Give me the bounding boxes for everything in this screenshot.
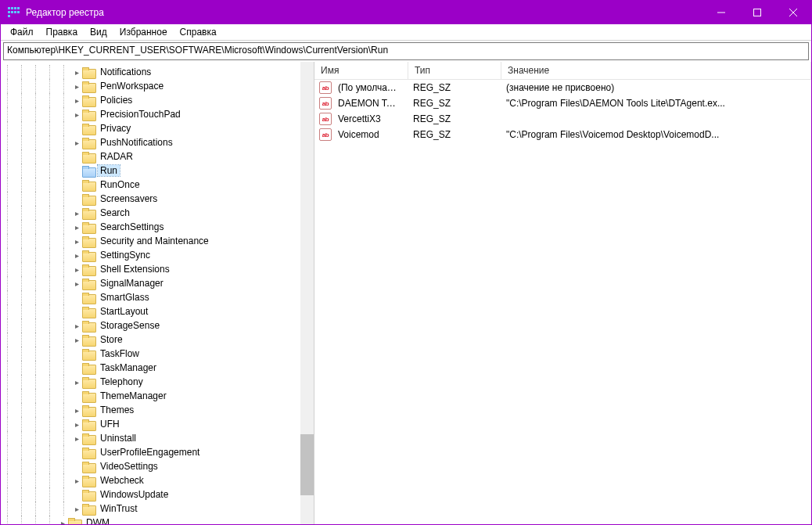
folder-icon bbox=[82, 321, 95, 331]
expander-icon[interactable]: ▸ bbox=[71, 209, 82, 218]
column-type[interactable]: Тип bbox=[408, 62, 501, 79]
tree-item-label: TaskManager bbox=[98, 362, 159, 373]
expander-icon[interactable]: ▸ bbox=[71, 96, 82, 105]
tree-scrollbar[interactable] bbox=[300, 62, 314, 524]
expander-icon[interactable]: ▸ bbox=[71, 251, 82, 260]
tree-item[interactable]: WindowsUpdate bbox=[1, 487, 314, 502]
expander-icon[interactable]: ▸ bbox=[71, 265, 82, 274]
tree-item[interactable]: ▸Uninstall bbox=[1, 431, 314, 445]
expander-icon[interactable]: ▸ bbox=[71, 223, 82, 232]
tree-item[interactable]: VideoSettings bbox=[1, 459, 314, 473]
value-cell: (значение не присвоено) bbox=[500, 82, 811, 93]
type-cell: REG_SZ bbox=[407, 82, 500, 93]
tree-item[interactable]: StartLayout bbox=[1, 304, 314, 318]
expander-icon[interactable]: ▸ bbox=[71, 322, 82, 330]
column-value[interactable]: Значение bbox=[501, 62, 811, 79]
expander-icon[interactable]: ▸ bbox=[71, 110, 82, 119]
list-row[interactable]: abDAEMON Tools ...REG_SZ"C:\Program File… bbox=[314, 95, 811, 111]
tree-item[interactable]: Run bbox=[1, 164, 314, 178]
list-pane[interactable]: Имя Тип Значение ab(По умолчанию)REG_SZ(… bbox=[314, 62, 811, 524]
column-name[interactable]: Имя bbox=[314, 62, 408, 79]
tree-item[interactable]: ▸Webcheck bbox=[1, 473, 314, 487]
tree-item[interactable]: ▸PushNotifications bbox=[1, 135, 314, 149]
tree-item[interactable]: ▸Search bbox=[1, 206, 314, 220]
folder-icon bbox=[82, 279, 95, 289]
scrollbar-thumb[interactable] bbox=[300, 434, 314, 495]
address-bar[interactable]: Компьютер\HKEY_CURRENT_USER\SOFTWARE\Mic… bbox=[3, 42, 809, 60]
menu-file[interactable]: Файл bbox=[4, 25, 40, 39]
tree-item[interactable]: TaskFlow bbox=[1, 347, 314, 361]
tree-item[interactable]: TaskManager bbox=[1, 361, 314, 375]
tree-item-label: UserProfileEngagement bbox=[98, 447, 202, 458]
menu-view[interactable]: Вид bbox=[84, 25, 113, 39]
tree-item[interactable]: ▸SearchSettings bbox=[1, 220, 314, 234]
menu-favorites[interactable]: Избранное bbox=[113, 25, 174, 39]
tree-item[interactable]: ▸Telephony bbox=[1, 375, 314, 389]
tree-item[interactable]: RunOnce bbox=[1, 178, 314, 192]
expander-icon[interactable]: ▸ bbox=[71, 82, 82, 91]
expander-icon[interactable]: ▸ bbox=[71, 406, 82, 415]
titlebar[interactable]: Редактор реестра bbox=[1, 1, 811, 24]
tree-item-label: WindowsUpdate bbox=[98, 489, 171, 500]
tree-item[interactable]: ▸Shell Extensions bbox=[1, 262, 314, 276]
tree-item[interactable]: RADAR bbox=[1, 149, 314, 164]
folder-icon bbox=[82, 194, 95, 204]
tree-item[interactable]: Privacy bbox=[1, 121, 314, 135]
tree-item-label: ThemeManager bbox=[98, 390, 169, 401]
tree-item-label: Telephony bbox=[98, 376, 146, 387]
tree-item[interactable]: ▸StorageSense bbox=[1, 318, 314, 333]
tree-item[interactable]: ▸Policies bbox=[1, 93, 314, 107]
folder-icon bbox=[82, 377, 95, 387]
minimize-button[interactable] bbox=[703, 1, 739, 24]
tree-item[interactable]: ▸PenWorkspace bbox=[1, 79, 314, 93]
tree-item[interactable]: ▸WinTrust bbox=[1, 502, 314, 516]
expander-icon[interactable]: ▸ bbox=[71, 138, 82, 147]
expander-icon[interactable]: ▸ bbox=[71, 237, 82, 246]
tree-item[interactable]: ▸SettingSync bbox=[1, 248, 314, 262]
folder-icon bbox=[68, 518, 81, 525]
folder-icon bbox=[82, 166, 95, 176]
expander-icon[interactable]: ▸ bbox=[57, 519, 68, 525]
maximize-button[interactable] bbox=[739, 1, 775, 24]
tree-item[interactable]: ThemeManager bbox=[1, 389, 314, 403]
close-button[interactable] bbox=[775, 1, 811, 24]
value-cell: "C:\Program Files\Voicemod Desktop\Voice… bbox=[500, 129, 811, 140]
tree-item-label: Webcheck bbox=[98, 475, 146, 486]
expander-icon[interactable]: ▸ bbox=[71, 505, 82, 513]
expander-icon[interactable]: ▸ bbox=[71, 378, 82, 387]
folder-icon bbox=[82, 264, 95, 275]
menu-edit[interactable]: Правка bbox=[40, 25, 84, 39]
tree-item[interactable]: ▸Themes bbox=[1, 403, 314, 417]
reg-sz-icon: ab bbox=[319, 97, 332, 110]
tree-item[interactable]: ▸Notifications bbox=[1, 65, 314, 79]
tree-item[interactable]: ▸SignalManager bbox=[1, 276, 314, 290]
expander-icon[interactable]: ▸ bbox=[71, 68, 82, 77]
tree-pane[interactable]: ▸Notifications▸PenWorkspace▸Policies▸Pre… bbox=[1, 62, 314, 524]
expander-icon[interactable]: ▸ bbox=[71, 279, 82, 288]
tree-item[interactable]: ▸Store bbox=[1, 333, 314, 347]
expander-icon[interactable]: ▸ bbox=[71, 420, 82, 429]
tree-item[interactable]: SmartGlass bbox=[1, 290, 314, 304]
list-row[interactable]: ab(По умолчанию)REG_SZ(значение не присв… bbox=[314, 80, 811, 95]
expander-icon[interactable]: ▸ bbox=[71, 336, 82, 344]
tree-item[interactable]: ▸PrecisionTouchPad bbox=[1, 107, 314, 121]
list-row[interactable]: abVercettiX3REG_SZcmd / start https://ww… bbox=[314, 111, 811, 127]
folder-icon bbox=[82, 433, 95, 444]
menu-help[interactable]: Справка bbox=[174, 25, 223, 39]
name-cell: Voicemod bbox=[332, 129, 407, 140]
tree-item[interactable]: UserProfileEngagement bbox=[1, 445, 314, 459]
type-cell: REG_SZ bbox=[407, 113, 500, 124]
tree-item[interactable]: ▸DWM bbox=[1, 516, 314, 524]
folder-icon bbox=[82, 419, 95, 430]
list-row[interactable]: abVoicemodREG_SZ"C:\Program Files\Voicem… bbox=[314, 127, 811, 142]
svg-rect-1 bbox=[754, 9, 761, 16]
tree-item[interactable]: ▸Security and Maintenance bbox=[1, 234, 314, 248]
tree-item[interactable]: ▸UFH bbox=[1, 417, 314, 431]
tree-item-label: SettingSync bbox=[98, 250, 153, 261]
tree-item-label: Screensavers bbox=[98, 193, 160, 204]
type-cell: REG_SZ bbox=[407, 98, 500, 109]
expander-icon[interactable]: ▸ bbox=[71, 476, 82, 485]
tree-item[interactable]: Screensavers bbox=[1, 192, 314, 206]
folder-icon bbox=[82, 110, 95, 120]
expander-icon[interactable]: ▸ bbox=[71, 434, 82, 443]
